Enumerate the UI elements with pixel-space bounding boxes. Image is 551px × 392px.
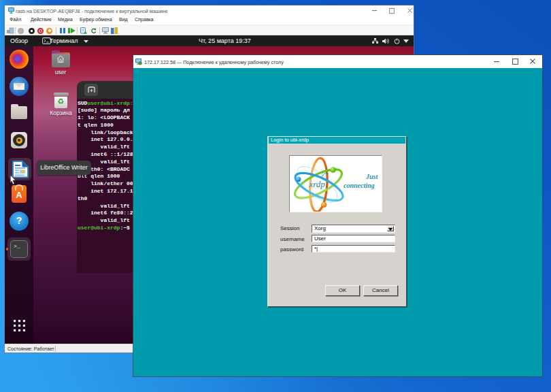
svg-text:xrdp: xrdp <box>309 179 326 189</box>
svg-text:Just: Just <box>365 173 378 180</box>
svg-text:connecting: connecting <box>344 182 375 189</box>
